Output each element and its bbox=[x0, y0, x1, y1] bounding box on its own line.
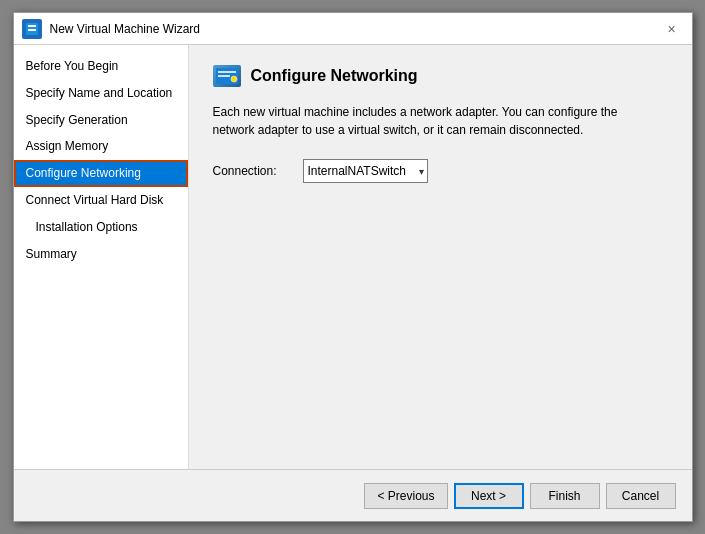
sidebar-item-specify-name[interactable]: Specify Name and Location bbox=[14, 80, 188, 107]
window-title: New Virtual Machine Wizard bbox=[50, 22, 660, 36]
sidebar-item-summary[interactable]: Summary bbox=[14, 241, 188, 268]
cancel-button[interactable]: Cancel bbox=[606, 483, 676, 509]
sidebar-item-assign-memory[interactable]: Assign Memory bbox=[14, 133, 188, 160]
sidebar: Before You BeginSpecify Name and Locatio… bbox=[14, 45, 189, 469]
page-title-icon bbox=[213, 65, 241, 87]
next-button[interactable]: Next > bbox=[454, 483, 524, 509]
page-title-text: Configure Networking bbox=[251, 67, 418, 85]
page-title-container: Configure Networking bbox=[213, 65, 668, 87]
sidebar-item-connect-hard-disk[interactable]: Connect Virtual Hard Disk bbox=[14, 187, 188, 214]
svg-rect-4 bbox=[218, 71, 236, 73]
sidebar-item-configure-networking[interactable]: Configure Networking bbox=[14, 160, 188, 187]
main-panel: Configure Networking Each new virtual ma… bbox=[189, 45, 692, 469]
content-area: Before You BeginSpecify Name and Locatio… bbox=[14, 45, 692, 469]
svg-rect-1 bbox=[28, 25, 36, 27]
app-icon bbox=[22, 19, 42, 39]
footer: < Previous Next > Finish Cancel bbox=[14, 469, 692, 521]
description-text: Each new virtual machine includes a netw… bbox=[213, 103, 643, 139]
connection-label: Connection: bbox=[213, 164, 293, 178]
title-bar: New Virtual Machine Wizard × bbox=[14, 13, 692, 45]
sidebar-item-before-you-begin[interactable]: Before You Begin bbox=[14, 53, 188, 80]
sidebar-item-specify-generation[interactable]: Specify Generation bbox=[14, 107, 188, 134]
svg-point-6 bbox=[231, 76, 237, 82]
previous-button[interactable]: < Previous bbox=[364, 483, 447, 509]
connection-select-wrapper: InternalNATSwitchNot ConnectedDefault Sw… bbox=[303, 159, 428, 183]
sidebar-item-installation-options[interactable]: Installation Options bbox=[14, 214, 188, 241]
close-button[interactable]: × bbox=[660, 17, 684, 41]
connection-select[interactable]: InternalNATSwitchNot ConnectedDefault Sw… bbox=[303, 159, 428, 183]
svg-rect-2 bbox=[28, 29, 36, 31]
svg-rect-5 bbox=[218, 75, 230, 77]
finish-button[interactable]: Finish bbox=[530, 483, 600, 509]
connection-field-row: Connection: InternalNATSwitchNot Connect… bbox=[213, 159, 668, 183]
wizard-window: New Virtual Machine Wizard × Before You … bbox=[13, 12, 693, 522]
